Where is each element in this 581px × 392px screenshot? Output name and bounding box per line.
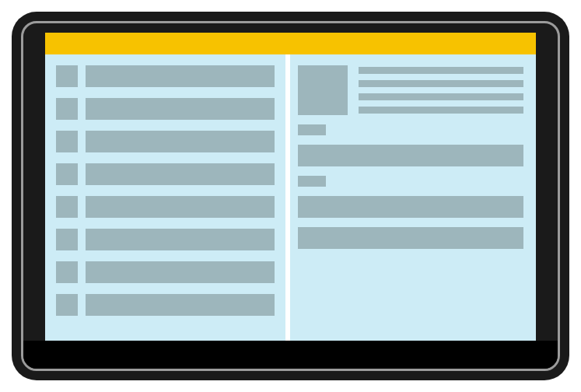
- detail-header-text: [359, 65, 523, 115]
- list-item-label: [86, 98, 275, 120]
- list-item-icon: [56, 229, 78, 250]
- section-label: [298, 176, 326, 187]
- detail-row[interactable]: [298, 227, 523, 249]
- list-item-icon: [56, 131, 78, 152]
- list-item-label: [86, 229, 275, 250]
- detail-header-line: [359, 67, 523, 74]
- list-item[interactable]: [56, 294, 275, 316]
- panel-divider: [285, 54, 290, 341]
- list-item[interactable]: [56, 261, 275, 283]
- app-header-bar: [45, 33, 536, 54]
- list-item-label: [86, 65, 275, 87]
- detail-thumbnail: [298, 65, 348, 115]
- list-item-label: [86, 163, 275, 185]
- list-item-icon: [56, 163, 78, 185]
- list-panel: [45, 54, 285, 341]
- system-nav-bar: [23, 341, 558, 369]
- tablet-bezel: [21, 21, 560, 371]
- section-label: [298, 124, 326, 135]
- detail-header-line: [359, 80, 523, 87]
- tablet-device-frame: [12, 12, 569, 380]
- list-item[interactable]: [56, 65, 275, 87]
- list-item-icon: [56, 261, 78, 283]
- content-area: [45, 54, 536, 341]
- list-item-icon: [56, 98, 78, 120]
- list-item[interactable]: [56, 131, 275, 152]
- list-item[interactable]: [56, 196, 275, 218]
- list-item-icon: [56, 196, 78, 218]
- detail-row[interactable]: [298, 196, 523, 218]
- list-item-icon: [56, 294, 78, 316]
- detail-row[interactable]: [298, 145, 523, 166]
- detail-header-line: [359, 107, 523, 114]
- list-item-label: [86, 196, 275, 218]
- list-item-icon: [56, 65, 78, 87]
- detail-header-line: [359, 93, 523, 100]
- detail-panel: [285, 54, 536, 341]
- screen: [45, 33, 536, 369]
- list-item[interactable]: [56, 229, 275, 250]
- detail-header: [298, 65, 523, 115]
- list-item[interactable]: [56, 163, 275, 185]
- list-item-label: [86, 261, 275, 283]
- list-item[interactable]: [56, 98, 275, 120]
- list-item-label: [86, 294, 275, 316]
- list-item-label: [86, 131, 275, 152]
